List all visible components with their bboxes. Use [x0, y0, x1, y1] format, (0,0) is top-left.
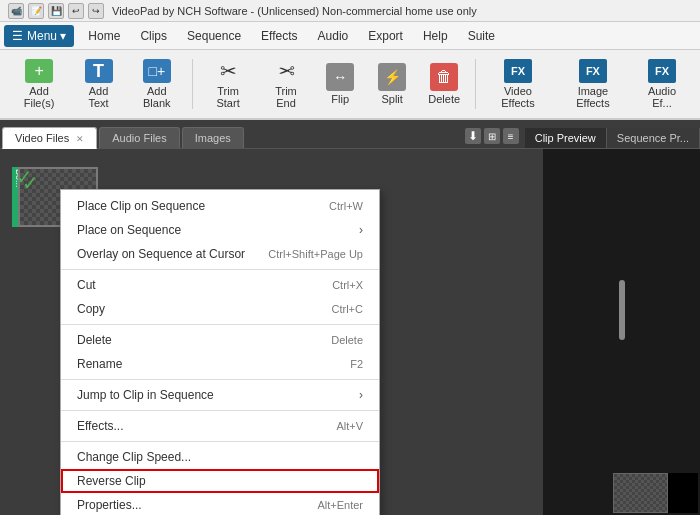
image-effects-button[interactable]: FX Image Effects — [556, 55, 630, 113]
ctx-place-clip-shortcut: Ctrl+W — [329, 200, 363, 212]
split-button[interactable]: ⚡ Split — [367, 55, 417, 113]
clip-preview-label: Clip Preview — [535, 132, 596, 144]
tab-video-files-label: Video Files — [15, 132, 69, 144]
audio-effects-icon: FX — [648, 59, 676, 83]
ctx-copy-shortcut: Ctrl+C — [332, 303, 363, 315]
ctx-place-clip-on-sequence[interactable]: Place Clip on Sequence Ctrl+W — [61, 194, 379, 218]
ctx-copy-label: Copy — [77, 302, 105, 316]
tab-video-files[interactable]: Video Files ✕ — [2, 127, 97, 149]
ctx-effects[interactable]: Effects... Alt+V — [61, 414, 379, 438]
menu-export[interactable]: Export — [358, 22, 413, 49]
menu-icon: ☰ — [12, 29, 23, 43]
flip-button[interactable]: ↔ Flip — [315, 55, 365, 113]
image-effects-label: Image Effects — [564, 85, 622, 109]
ctx-place-on-sequence[interactable]: Place on Sequence › — [61, 218, 379, 242]
trim-start-icon: ✂ — [214, 59, 242, 83]
ctx-reverse-clip[interactable]: Reverse Clip — [61, 469, 379, 493]
files-area: ✓ Bo... ✓ Place Clip on Sequence Ctrl+W — [0, 149, 543, 515]
image-effects-icon: FX — [579, 59, 607, 83]
menu-clips[interactable]: Clips — [130, 22, 177, 49]
ctx-sep-1 — [61, 269, 379, 270]
suite-label: Suite — [468, 29, 495, 43]
ctx-cut[interactable]: Cut Ctrl+X — [61, 273, 379, 297]
ctx-cut-shortcut: Ctrl+X — [332, 279, 363, 291]
ctx-overlay-label: Overlay on Sequence at Cursor — [77, 247, 245, 261]
ctx-sep-4 — [61, 410, 379, 411]
trim-end-button[interactable]: ✂ Trim End — [259, 55, 313, 113]
ctx-delete-shortcut: Delete — [331, 334, 363, 346]
title-bar: 📹 📝 💾 ↩ ↪ VideoPad by NCH Software - (Un… — [0, 0, 700, 22]
ctx-delete[interactable]: Delete Delete — [61, 328, 379, 352]
flip-icon: ↔ — [326, 63, 354, 91]
ctx-place-seq-label: Place on Sequence — [77, 223, 181, 237]
menu-label: Menu ▾ — [27, 29, 66, 43]
ctx-place-seq-arrow: › — [359, 223, 363, 237]
menu-audio[interactable]: Audio — [308, 22, 359, 49]
ctx-properties-shortcut: Alt+Enter — [317, 499, 363, 511]
ctx-change-speed-label: Change Clip Speed... — [77, 450, 191, 464]
flip-label: Flip — [331, 93, 349, 105]
right-panel — [543, 149, 700, 515]
help-label: Help — [423, 29, 448, 43]
audio-effects-button[interactable]: FX Audio Ef... — [632, 55, 692, 113]
ctx-cut-label: Cut — [77, 278, 96, 292]
add-files-label: Add File(s) — [16, 85, 62, 109]
menu-effects[interactable]: Effects — [251, 22, 307, 49]
split-label: Split — [381, 93, 402, 105]
sequence-preview-label: Sequence Pr... — [617, 132, 689, 144]
add-blank-label: Add Blank — [135, 85, 178, 109]
ctx-sep-5 — [61, 441, 379, 442]
title-icon-1: 📹 — [8, 3, 24, 19]
title-bar-icons: 📹 📝 💾 ↩ ↪ — [8, 3, 104, 19]
delete-button[interactable]: 🗑 Delete — [419, 55, 469, 113]
add-text-icon: T — [85, 59, 113, 83]
tab-icon-list[interactable]: ≡ — [503, 128, 519, 144]
add-blank-button[interactable]: □+ Add Blank — [127, 55, 186, 113]
effects-label: Effects — [261, 29, 297, 43]
ctx-properties[interactable]: Properties... Alt+Enter — [61, 493, 379, 515]
home-label: Home — [88, 29, 120, 43]
menu-button[interactable]: ☰ Menu ▾ — [4, 25, 74, 47]
tab-sequence-preview[interactable]: Sequence Pr... — [607, 128, 700, 148]
trim-start-label: Trim Start — [207, 85, 249, 109]
main-content: ✓ Bo... ✓ Place Clip on Sequence Ctrl+W — [0, 149, 700, 515]
tab-icon-import[interactable]: ⬇ — [465, 128, 481, 144]
left-panel: ✓ Bo... ✓ Place Clip on Sequence Ctrl+W — [0, 149, 543, 515]
ctx-effects-shortcut: Alt+V — [336, 420, 363, 432]
add-files-button[interactable]: + Add File(s) — [8, 55, 70, 113]
menu-sequence[interactable]: Sequence — [177, 22, 251, 49]
ctx-change-clip-speed[interactable]: Change Clip Speed... — [61, 445, 379, 469]
add-text-button[interactable]: T Add Text — [72, 55, 125, 113]
video-effects-button[interactable]: FX Video Effects — [482, 55, 554, 113]
tab-images[interactable]: Images — [182, 127, 244, 148]
tab-close-icon[interactable]: ✕ — [76, 134, 84, 144]
add-text-label: Add Text — [80, 85, 117, 109]
ctx-properties-label: Properties... — [77, 498, 142, 512]
tab-icon-grid[interactable]: ⊞ — [484, 128, 500, 144]
ctx-jump-arrow: › — [359, 388, 363, 402]
ctx-jump-to-clip[interactable]: Jump to Clip in Sequence › — [61, 383, 379, 407]
ctx-rename[interactable]: Rename F2 — [61, 352, 379, 376]
context-menu: Place Clip on Sequence Ctrl+W Place on S… — [60, 189, 380, 515]
preview-scrollbar[interactable] — [619, 280, 625, 340]
ctx-rename-label: Rename — [77, 357, 122, 371]
preview-black-area — [668, 473, 698, 513]
ctx-reverse-label: Reverse Clip — [77, 474, 146, 488]
ctx-sep-3 — [61, 379, 379, 380]
ctx-effects-label: Effects... — [77, 419, 123, 433]
title-icon-3: 💾 — [48, 3, 64, 19]
menu-suite[interactable]: Suite — [458, 22, 505, 49]
menu-home[interactable]: Home — [78, 22, 130, 49]
ctx-overlay-on-sequence[interactable]: Overlay on Sequence at Cursor Ctrl+Shift… — [61, 242, 379, 266]
trim-start-button[interactable]: ✂ Trim Start — [199, 55, 257, 113]
ctx-copy[interactable]: Copy Ctrl+C — [61, 297, 379, 321]
clips-label: Clips — [140, 29, 167, 43]
menu-help[interactable]: Help — [413, 22, 458, 49]
tab-audio-files[interactable]: Audio Files — [99, 127, 179, 148]
audio-label: Audio — [318, 29, 349, 43]
toolbar: + Add File(s) T Add Text □+ Add Blank ✂ … — [0, 50, 700, 120]
ctx-sep-2 — [61, 324, 379, 325]
tab-clip-preview[interactable]: Clip Preview — [525, 128, 607, 148]
title-icon-2: 📝 — [28, 3, 44, 19]
tab-audio-files-label: Audio Files — [112, 132, 166, 144]
